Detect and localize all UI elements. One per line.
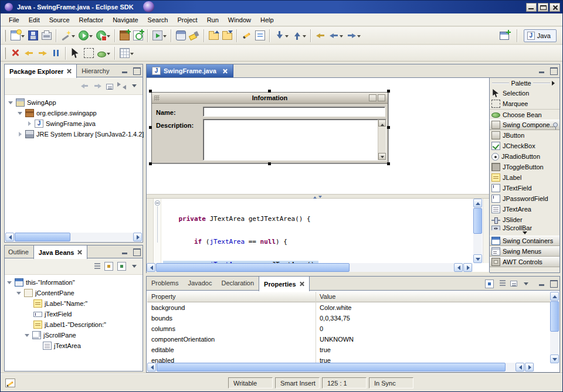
save-button[interactable] xyxy=(26,29,40,43)
view-menu-button[interactable] xyxy=(130,81,139,90)
tree-item-jlabel[interactable]: jLabel-"Name:" xyxy=(5,298,142,309)
tab-declaration[interactable]: Declaration xyxy=(216,277,259,289)
table-row[interactable]: enabledtrue xyxy=(147,355,550,363)
folding-ruler[interactable] xyxy=(154,199,161,263)
palette-drawer-awt-controls[interactable]: AWT Controls xyxy=(490,257,559,267)
scroll-left-button-2[interactable] xyxy=(515,363,524,371)
fold-collapse-icon[interactable] xyxy=(155,200,160,206)
menu-edit[interactable]: Edit xyxy=(24,15,45,25)
menu-project[interactable]: Project xyxy=(172,15,202,25)
view-minimize-button[interactable] xyxy=(121,248,130,255)
back-button[interactable] xyxy=(327,29,345,43)
sort-button[interactable] xyxy=(94,263,100,270)
link-with-editor-button[interactable] xyxy=(117,81,126,90)
close-icon[interactable] xyxy=(223,69,228,74)
selection-handle[interactable] xyxy=(387,126,390,129)
scroll-left-button-2[interactable] xyxy=(454,263,463,272)
tab-hierarchy[interactable]: Hierarchy xyxy=(77,64,114,77)
open-perspective-button[interactable] xyxy=(498,29,511,43)
view-menu-button[interactable] xyxy=(130,262,139,271)
design-canvas[interactable]: Information Name: Description: xyxy=(147,78,490,194)
designed-jlabel-name[interactable]: Name: xyxy=(156,109,176,116)
jframe-content-pane[interactable]: Name: Description: xyxy=(152,104,388,163)
scroll-down-button[interactable] xyxy=(473,254,482,263)
designed-jtextfield[interactable] xyxy=(203,107,385,117)
maximize-button[interactable] xyxy=(538,3,548,12)
toolbar-grip[interactable] xyxy=(4,30,6,42)
table-row[interactable]: columns0 xyxy=(147,323,550,334)
palette-item-jpasswordfield[interactable]: JPasswordField xyxy=(490,193,559,204)
back-button[interactable] xyxy=(80,81,89,90)
selection-handle[interactable] xyxy=(149,126,152,129)
code-vscrollbar[interactable] xyxy=(473,199,482,263)
palette-header[interactable]: Palette xyxy=(490,78,559,88)
palette-drawer-swing-containers[interactable]: Swing Containers xyxy=(490,236,559,246)
scrollbar-thumb[interactable] xyxy=(156,263,350,272)
scrollbar-thumb[interactable] xyxy=(15,233,70,241)
pin-icon[interactable] xyxy=(553,122,558,127)
marquee-tool-button[interactable] xyxy=(82,46,96,60)
expanded-arrow-icon[interactable] xyxy=(6,278,13,287)
tab-problems[interactable]: Problems xyxy=(147,277,183,289)
annotation-ruler[interactable] xyxy=(147,199,154,263)
designer-source-sash[interactable] xyxy=(147,194,490,199)
tab-swingframe-editor[interactable]: J SwingFrame.java xyxy=(147,64,233,77)
expanded-arrow-icon[interactable] xyxy=(24,331,31,339)
step-forward-button[interactable] xyxy=(36,46,49,60)
selection-tool-button[interactable] xyxy=(69,46,82,60)
open-resource-button[interactable] xyxy=(221,29,234,43)
designed-jframe[interactable]: Information Name: Description: xyxy=(151,92,388,163)
scroll-down-button[interactable] xyxy=(550,354,559,363)
jar-button[interactable] xyxy=(174,29,188,43)
designed-jtextarea[interactable] xyxy=(203,119,386,161)
scroll-up-button[interactable] xyxy=(473,199,482,207)
palette-item-jtextfield[interactable]: JTextField xyxy=(490,183,559,193)
collapsed-arrow-icon[interactable] xyxy=(17,130,24,138)
terminate-button[interactable] xyxy=(9,46,22,60)
tree-item-jscrollpane[interactable]: jScrollPane xyxy=(5,330,142,340)
close-button[interactable] xyxy=(550,3,560,12)
palette-item-jradiobutton[interactable]: JRadioButton xyxy=(490,151,559,162)
scrollbar-thumb[interactable] xyxy=(473,208,482,234)
menu-source[interactable]: Source xyxy=(45,15,74,25)
run-history-button[interactable] xyxy=(94,29,112,43)
tree-item-package[interactable]: org.eclipse.swingapp xyxy=(5,108,142,118)
package-explorer-hscrollbar[interactable] xyxy=(5,233,142,241)
scroll-left-button[interactable] xyxy=(147,263,155,272)
properties-vscrollbar[interactable] xyxy=(550,292,559,363)
source-code[interactable]: private JTextArea getJTextArea() { if (j… xyxy=(163,200,472,263)
palette-item-jtextarea[interactable]: JTextArea xyxy=(490,204,559,214)
tree-item-this-information[interactable]: this-"Information" xyxy=(5,277,142,288)
expanded-arrow-icon[interactable] xyxy=(17,109,24,117)
new-wizard-button[interactable] xyxy=(9,29,26,43)
filter-static-button[interactable] xyxy=(117,262,126,271)
scroll-left-button[interactable] xyxy=(5,233,14,241)
palette-scroll-down-icon[interactable] xyxy=(490,230,559,236)
scroll-left-button[interactable] xyxy=(147,363,156,371)
step-back-button[interactable] xyxy=(22,46,36,60)
search-button[interactable] xyxy=(188,29,201,43)
view-maximize-button[interactable] xyxy=(132,248,141,255)
tab-outline[interactable]: Outline xyxy=(5,246,33,258)
last-edit-location-button[interactable] xyxy=(314,29,327,43)
minimize-button[interactable] xyxy=(526,3,537,12)
menu-run[interactable]: Run xyxy=(202,15,223,25)
open-type-button[interactable] xyxy=(207,29,221,43)
palette-tool-marquee[interactable]: Marquee xyxy=(490,98,559,109)
palette-drawer-swing-components[interactable]: Swing Compone... xyxy=(490,120,559,130)
view-maximize-button[interactable] xyxy=(132,67,141,74)
external-tools-button[interactable] xyxy=(151,29,168,43)
tree-item-jcontentpane[interactable]: jContentPane xyxy=(5,288,142,298)
selection-handle[interactable] xyxy=(268,162,271,165)
view-maximize-button[interactable] xyxy=(549,279,558,287)
palette-tool-choose-bean[interactable]: Choose Bean xyxy=(490,109,559,120)
view-minimize-button[interactable] xyxy=(538,279,547,287)
tree-item-swingframe[interactable]: J SwingFrame.java xyxy=(5,118,142,129)
tab-package-explorer[interactable]: Package Explorer xyxy=(5,64,77,78)
scroll-right-button[interactable] xyxy=(525,363,534,371)
palette-tool-selection[interactable]: Selection xyxy=(490,88,559,98)
fast-view-icon[interactable] xyxy=(5,379,15,387)
forward-button[interactable] xyxy=(345,29,362,43)
selection-handle[interactable] xyxy=(268,90,271,93)
tab-properties[interactable]: Properties xyxy=(259,277,309,291)
